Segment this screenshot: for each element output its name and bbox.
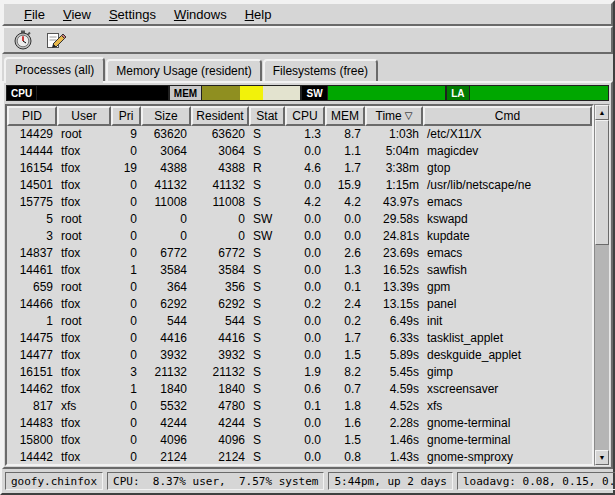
cell-pid: 1 [7,313,57,330]
cell-pri: 0 [111,432,141,449]
cell-cmd: init [423,313,592,330]
cell-pri: 0 [111,398,141,415]
cell-size: 3932 [141,347,191,364]
process-row[interactable]: 1root0544544S0.00.26.49sinit [7,313,592,330]
cell-cmd: gnome-terminal [423,432,592,449]
cell-pid: 15775 [7,194,57,211]
process-row[interactable]: 659root0364356S0.00.113.39sgpm [7,279,592,296]
mem-meter-segment [263,86,300,100]
cell-mem: 15.9 [325,177,365,194]
cell-pid: 14442 [7,449,57,464]
column-header-time[interactable]: Time▽ [365,106,423,126]
cell-size: 1840 [141,381,191,398]
cell-pri: 0 [111,194,141,211]
toolbar-button-2[interactable] [42,28,70,52]
process-row[interactable]: 14837tfox067726772S0.02.623.69semacs [7,245,592,262]
cell-time: 3:38m [365,160,423,177]
column-header-user[interactable]: User [57,106,111,126]
process-row[interactable]: 14475tfox044164416S0.01.76.33stasklist_a… [7,330,592,347]
cell-mem: 1.6 [325,415,365,432]
menu-item-file[interactable]: File [16,6,53,23]
scroll-up-button[interactable]: ▲ [595,105,609,120]
cell-time: 5:04m [365,143,423,160]
column-header-stat[interactable]: Stat [249,106,285,126]
cell-cpu: 1.9 [285,364,325,381]
menu-item-settings[interactable]: Settings [101,6,164,23]
process-row[interactable]: 817xfs055324780S0.11.84.52sxfs [7,398,592,415]
scroll-trough[interactable] [595,120,609,450]
cell-time: 23.69s [365,245,423,262]
column-header-mem[interactable]: MEM [325,106,365,126]
cell-user: tfox [57,177,111,194]
edit-properties-icon [45,29,67,51]
process-row[interactable]: 16151tfox32113221132S1.98.25.45sgimp [7,364,592,381]
cell-mem: 2.4 [325,296,365,313]
scroll-down-button[interactable]: ▼ [595,450,609,465]
menu-item-help[interactable]: Help [237,6,280,23]
cell-pri: 9 [111,126,141,143]
cell-pid: 14477 [7,347,57,364]
cell-pid: 3 [7,228,57,245]
process-row[interactable]: 5root000SW0.00.029.58skswapd [7,211,592,228]
cell-cpu: 0.1 [285,398,325,415]
cell-user: root [57,211,111,228]
column-header-cmd[interactable]: Cmd [423,106,592,126]
tab-memory-usage-resident[interactable]: Memory Usage (resident) [106,59,261,81]
down-arrow-icon: ▼ [599,454,606,461]
cell-pid: 14429 [7,126,57,143]
cell-size: 21132 [141,364,191,381]
column-header-pri[interactable]: Pri [111,106,141,126]
column-header-label: Time [376,109,402,123]
column-header-size[interactable]: Size [141,106,191,126]
toolbar-button-1[interactable] [9,28,37,52]
status-hostname: goofy.chinfox [5,472,103,490]
cell-user: xfs [57,398,111,415]
column-header-cpu[interactable]: CPU [285,106,325,126]
process-row[interactable]: 14462tfox118401840S0.60.74.59sxscreensav… [7,381,592,398]
process-row[interactable]: 14442tfox021242124S0.00.81.43sgnome-smpr… [7,449,592,464]
cell-time: 6.49s [365,313,423,330]
cell-pid: 14462 [7,381,57,398]
cell-pri: 0 [111,449,141,464]
notebook-page: CPUMEMSWLA PIDUserPriSizeResidentStatCPU… [2,81,613,469]
menu-item-windows[interactable]: Windows [166,6,235,23]
process-row[interactable]: 14461tfox135843584S0.01.316.52ssawfish [7,262,592,279]
cell-size: 3064 [141,143,191,160]
column-header-resident[interactable]: Resident [191,106,249,126]
process-row[interactable]: 16154tfox1943884388R4.61.73:38mgtop [7,160,592,177]
cell-resident: 6292 [191,296,249,313]
cell-stat: S [249,245,285,262]
sw-meter-segment [328,86,446,100]
column-header-label: CPU [292,109,317,123]
vertical-scrollbar[interactable]: ▲ ▼ [594,104,610,466]
process-row[interactable]: 14483tfox042444244S0.01.62.28sgnome-term… [7,415,592,432]
cell-stat: S [249,279,285,296]
process-row[interactable]: 14444tfox030643064S0.01.15:04mmagicdev [7,143,592,160]
process-row[interactable]: 15800tfox040964096S0.01.51.46sgnome-term… [7,432,592,449]
meter-bar: CPUMEMSWLA [6,85,609,101]
menu-item-view[interactable]: View [55,6,99,23]
process-row[interactable]: 14501tfox04113241132S0.015.91:15m/usr/li… [7,177,592,194]
cell-cpu: 0.0 [285,177,325,194]
cell-user: tfox [57,381,111,398]
cell-size: 364 [141,279,191,296]
cell-resident: 3064 [191,143,249,160]
process-row[interactable]: 3root000SW0.00.024.81skupdate [7,228,592,245]
cell-pri: 0 [111,228,141,245]
cell-user: tfox [57,347,111,364]
cell-size: 6292 [141,296,191,313]
cell-mem: 0.7 [325,381,365,398]
cell-pri: 0 [111,279,141,296]
cell-user: tfox [57,449,111,464]
process-row[interactable]: 14477tfox039323932S0.01.55.89sdeskguide_… [7,347,592,364]
process-row[interactable]: 14429root96362063620S1.38.71:03h/etc/X11… [7,126,592,143]
tab-filesystems-free[interactable]: Filesystems (free) [263,59,378,81]
scroll-thumb[interactable] [595,120,609,245]
process-row[interactable]: 15775tfox01100811008S4.24.243.97semacs [7,194,592,211]
table-body: 14429root96362063620S1.38.71:03h/etc/X11… [7,126,592,464]
process-row[interactable]: 14466tfox062926292S0.22.413.15spanel [7,296,592,313]
tab-processes-all[interactable]: Processes (all) [4,57,105,81]
cell-resident: 4416 [191,330,249,347]
cell-size: 544 [141,313,191,330]
column-header-pid[interactable]: PID [7,106,57,126]
